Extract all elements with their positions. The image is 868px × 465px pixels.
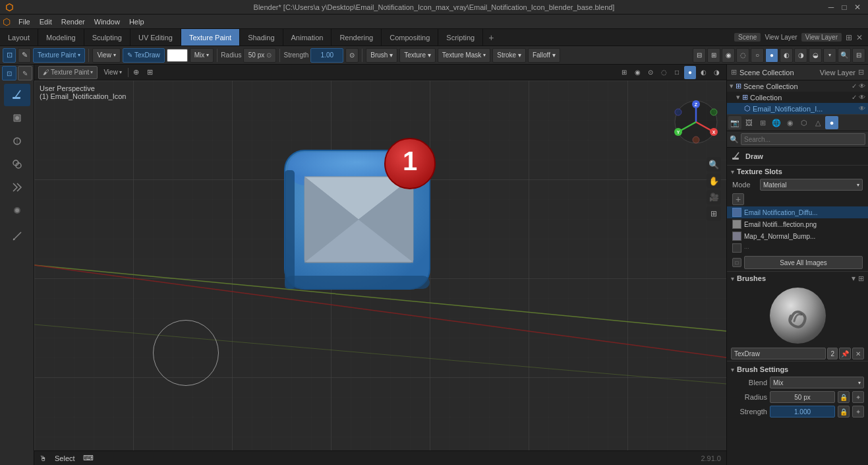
prop-tab-render[interactable]: 📷: [728, 116, 741, 129]
brushes-header[interactable]: ▾ Brushes ▾ ⊞: [727, 272, 868, 285]
viewport-shading-arrow[interactable]: ▾: [823, 48, 836, 63]
vp-toolbar-mode[interactable]: 🖌 Texture Paint ▾: [38, 66, 98, 79]
coll-eye[interactable]: 👁: [859, 94, 865, 101]
vp-material-icon[interactable]: ◐: [697, 66, 709, 79]
close-editor-icon[interactable]: ✕: [856, 33, 863, 42]
strength-input-bs[interactable]: 1.000: [770, 406, 835, 418]
tab-rendering[interactable]: Rendering: [332, 29, 382, 46]
texture-item-1[interactable]: Email Notification_Diffu...: [727, 206, 868, 218]
brush-pin-btn[interactable]: 📌: [839, 348, 851, 359]
texture-slots-header[interactable]: ▾ Texture Slots: [727, 166, 868, 177]
minimize-button[interactable]: ─: [826, 2, 836, 13]
color-preview-white[interactable]: [167, 49, 188, 62]
vp-grid-icon[interactable]: ⊞: [618, 66, 630, 79]
coll-checkbox[interactable]: ✓: [852, 94, 857, 101]
mode-toggle-1[interactable]: ⊡: [2, 66, 16, 80]
viewport-shading-3[interactable]: ●: [765, 48, 778, 63]
tab-scripting[interactable]: Scripting: [438, 29, 483, 46]
prop-tab-scene[interactable]: 🌐: [770, 116, 783, 129]
menu-edit[interactable]: Edit: [36, 16, 56, 27]
vp-overlay-icon[interactable]: ⊙: [645, 66, 656, 79]
expand-icon[interactable]: ⊞: [846, 33, 852, 42]
mode-toggle-2[interactable]: ✎: [18, 66, 32, 80]
brush-name-input[interactable]: [731, 348, 826, 359]
tab-animation[interactable]: Animation: [283, 29, 332, 46]
tab-sculpting[interactable]: Sculpting: [84, 29, 130, 46]
viewport-shading-2[interactable]: ○: [751, 48, 764, 63]
prop-tab-output[interactable]: 🖼: [742, 116, 755, 129]
mode-icon-2[interactable]: ✎: [18, 48, 31, 63]
filter-btn[interactable]: ⊟: [852, 48, 865, 63]
tool-mask[interactable]: [4, 176, 30, 199]
vp-camera[interactable]: 🎥: [707, 190, 721, 204]
viewport[interactable]: 🖌 Texture Paint ▾ View ▾ ⊕ ⊞ ⊞ ◉ ⊙ ◌ □ ●…: [34, 65, 726, 465]
tool-clone[interactable]: [4, 153, 30, 175]
save-all-images-btn[interactable]: Save All Images: [744, 256, 863, 269]
sc-eye[interactable]: 👁: [859, 82, 865, 90]
texture-item-3[interactable]: Map_4_Normal_Bump...: [727, 230, 868, 242]
vp-grab[interactable]: ✋: [707, 173, 721, 188]
prop-tab-material[interactable]: ●: [825, 116, 838, 129]
texture-item-2[interactable]: Email Notifi...flection.png: [727, 218, 868, 230]
strength-value-btn[interactable]: 1.00: [310, 48, 343, 63]
viewport-overlay-btn[interactable]: ◉: [722, 48, 735, 63]
tool-annotate[interactable]: [4, 225, 30, 247]
brushes-copy-icon[interactable]: ⊞: [858, 274, 864, 283]
add-texture-btn[interactable]: +: [732, 193, 744, 205]
brush-btn[interactable]: ✎ TexDraw: [123, 48, 165, 63]
prop-tab-mesh[interactable]: △: [811, 116, 825, 129]
viewport-icon-2[interactable]: ⊞: [707, 48, 720, 63]
texture-menu-btn[interactable]: Texture ▾: [399, 48, 436, 63]
vp-xray-icon[interactable]: ◌: [658, 66, 670, 79]
vp-view-btn[interactable]: View ▾: [100, 66, 126, 79]
view-layer-selector[interactable]: View Layer: [801, 33, 842, 42]
mode-dropdown-ts[interactable]: Material ▾: [760, 179, 863, 191]
brush-menu-btn[interactable]: Brush ▾: [366, 48, 397, 63]
prop-tab-world[interactable]: ◉: [784, 116, 797, 129]
sc-checkbox[interactable]: ✓: [852, 82, 857, 90]
mode-icon-1[interactable]: ⊡: [3, 48, 16, 63]
texture-mask-btn[interactable]: Texture Mask ▾: [438, 48, 490, 63]
radius-value-btn[interactable]: 50 px ⊙: [243, 48, 276, 63]
vp-render-icon[interactable]: ◉: [631, 66, 643, 79]
strength-lock-btn[interactable]: 🔒: [838, 406, 850, 418]
viewport-shading-6[interactable]: ◒: [809, 48, 822, 63]
collection-row[interactable]: ▾ ⊞ Collection ✓ 👁: [727, 92, 868, 103]
tab-compositing[interactable]: Compositing: [382, 29, 438, 46]
tab-layout[interactable]: Layout: [0, 29, 38, 46]
tab-shading[interactable]: Shading: [240, 29, 283, 46]
tool-draw[interactable]: [4, 84, 30, 106]
texture-paint-mode-btn[interactable]: Texture Paint ▾: [33, 48, 85, 63]
radius-pressure-btn[interactable]: ✦: [852, 391, 864, 403]
strength-icon-btn[interactable]: ⊙: [345, 48, 359, 63]
properties-search-input[interactable]: [741, 133, 865, 145]
menu-file[interactable]: File: [14, 16, 34, 27]
object-row[interactable]: ⬡ Email_Notification_I... 👁: [727, 103, 868, 114]
outliner-filter[interactable]: ⊟: [858, 68, 864, 77]
falloff-menu-btn[interactable]: Falloff ▾: [528, 48, 560, 63]
viewport-gizmo[interactable]: Z X Y: [672, 98, 721, 147]
tool-smear[interactable]: [4, 130, 30, 152]
stroke-menu-btn[interactable]: Stroke ▾: [492, 48, 526, 63]
obj-eye[interactable]: 👁: [859, 105, 865, 112]
close-button[interactable]: ✕: [852, 2, 863, 13]
scene-collection-row[interactable]: ▾ ⊞ Scene Collection ✓ 👁: [727, 80, 868, 92]
menu-window[interactable]: Window: [90, 16, 124, 27]
viewport-shading-4[interactable]: ◐: [780, 48, 793, 63]
titlebar-controls[interactable]: ─ □ ✕: [826, 2, 863, 13]
vp-zoom-in[interactable]: 🔍: [707, 157, 721, 171]
tab-modeling[interactable]: Modeling: [38, 29, 84, 46]
strength-pressure-btn[interactable]: ✦: [852, 406, 864, 418]
tab-add[interactable]: +: [483, 29, 499, 46]
tool-blur[interactable]: [4, 199, 30, 222]
brushes-expand-right[interactable]: ▾: [852, 274, 855, 283]
viewport-shading-1[interactable]: ◌: [736, 48, 749, 63]
vp-solid-icon[interactable]: ●: [684, 66, 696, 79]
vp-wire-icon[interactable]: □: [671, 66, 683, 79]
brush-settings-header[interactable]: ▾ Brush Settings: [727, 363, 868, 375]
vp-transform-icon[interactable]: ⊕: [130, 66, 142, 79]
menu-help[interactable]: Help: [125, 16, 148, 27]
prop-tab-object[interactable]: ⬡: [797, 116, 811, 129]
save-checkbox[interactable]: □: [732, 258, 741, 267]
vp-render-preview-icon[interactable]: ◑: [710, 66, 722, 79]
